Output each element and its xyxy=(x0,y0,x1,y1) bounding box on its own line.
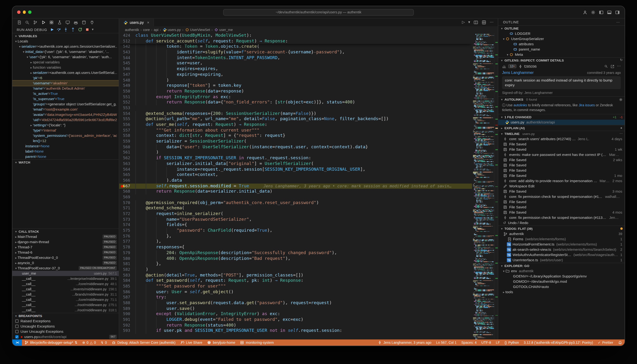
zoom-window-button[interactable] xyxy=(28,11,31,14)
code-line-557[interactable]: 557"""Get information about current user… xyxy=(119,128,472,133)
variable-row[interactable]: 'type' = 'internal' xyxy=(12,128,119,133)
variable-row[interactable]: 'is_superuser' = True xyxy=(12,96,119,102)
code-line-560[interactable]: 560data={"user": UserSelfSerializer(inst… xyxy=(119,144,472,150)
status-item-lf[interactable]: LF xyxy=(494,340,502,346)
code-line-554[interactable]: 554@extend_schema(responses={200: Sessio… xyxy=(119,111,472,116)
explain-ai-header[interactable]: ▸ EXPLAIN (AI) ✦ xyxy=(498,125,624,131)
code-line-512[interactable]: 512def service_account(self, request: Re… xyxy=(119,38,472,44)
account-icon[interactable] xyxy=(583,10,588,14)
timeline-item[interactable]: events: make sure password set event has… xyxy=(498,152,624,157)
close-window-button[interactable] xyxy=(17,11,20,14)
step-out-button[interactable] xyxy=(70,27,75,32)
breadcrumb-item-core[interactable]: core xyxy=(143,28,150,32)
timeline-item[interactable]: File Saved2 wks xyxy=(498,157,624,162)
code-line-568[interactable]: 568return Response(data=serializer.initi… xyxy=(119,189,472,194)
activity-item-extensions[interactable] xyxy=(49,20,54,25)
timeline-item[interactable]: File Saved xyxy=(498,142,624,147)
close-tab-icon[interactable]: × xyxy=(147,20,149,24)
code-line-565[interactable]: 565context=context, xyxy=(119,172,472,178)
code-line-546[interactable]: 546expires=expires, xyxy=(119,66,472,72)
variable-row[interactable]: ▾'user' = {'pk': 6, 'username': 'akadmin… xyxy=(12,54,119,60)
variable-row[interactable]: 'is_active' = True xyxy=(12,91,119,96)
watch-header[interactable]: ▾ WATCH xyxy=(12,159,119,165)
restart-button[interactable] xyxy=(78,27,82,32)
stack-frame-row[interactable]: __call__.../root/middleware.py275:1 xyxy=(12,302,119,308)
breadcrumb-item-users-py[interactable]: users.py xyxy=(162,28,181,32)
status-item-ln-567-col-1[interactable]: Ln 567, Col 1 xyxy=(434,340,459,346)
more-actions-icon[interactable]: ⋯ xyxy=(616,20,620,24)
code-line-548[interactable]: 548) xyxy=(119,78,472,83)
status-item-jens-langhammer-3-years-ago[interactable]: Jens Langhammer, 3 years ago xyxy=(375,340,434,346)
status-item-beryljuio-home[interactable]: beryljuio-home xyxy=(205,340,238,346)
variable-row[interactable]: ▾serializer = <authentik.core.api.users.… xyxy=(12,44,119,49)
files-changed-header[interactable]: ▾ 1 FILE CHANGED +1 -1 xyxy=(498,114,624,120)
activity-item-explorer[interactable] xyxy=(17,20,22,25)
more-actions-icon[interactable]: ⋯ xyxy=(617,64,621,68)
code-line-586[interactable]: 586user: User = self.get_object() xyxy=(119,289,472,295)
outline-item-logger[interactable]: LOGGER xyxy=(498,31,624,36)
window-title[interactable]: ~/dev/authentik/authentik/core/api/users… xyxy=(223,9,414,16)
stack-frame-row[interactable]: user_meusers.py567:1 xyxy=(12,271,119,276)
commit-graph-icon[interactable] xyxy=(502,64,506,68)
code-line-561[interactable]: 561) xyxy=(119,150,472,156)
thread-row[interactable]: ▸asyncio_0PAUSED xyxy=(12,260,119,266)
thread-row[interactable]: ▾ThreadPoolExecutor-37_0PAUSED ON BREAKP… xyxy=(12,266,119,271)
outline-item-usergroupserializer[interactable]: ▾UserGroupSerializer xyxy=(498,36,624,42)
code-line-543[interactable]: 543identifier=slugify(value=f"service-ac… xyxy=(119,50,472,55)
code-line-547[interactable]: 547expiring=expiring, xyxy=(119,72,472,78)
activity-item-database[interactable] xyxy=(82,20,86,25)
code-line-588[interactable]: 588user.set_password(request.data.get("p… xyxy=(119,300,472,306)
breakpoint-checkbox[interactable] xyxy=(15,325,18,328)
thread-row[interactable]: ▸django-main-threadPAUSED xyxy=(12,239,119,244)
timeline-item[interactable]: core: fix permission check for scoped im… xyxy=(498,194,624,199)
code-line-582[interactable]: 582) xyxy=(119,267,472,272)
breakpoint-checkbox[interactable] xyxy=(15,330,18,333)
code-line-593[interactable]: 593if user.pk and SESSION_KEY_IMPERSONAT… xyxy=(119,328,472,334)
code-line-587[interactable]: 587try: xyxy=(119,295,472,300)
code-line-591[interactable]: 591LOGGER.debug(event="Failed to set pas… xyxy=(119,317,472,322)
variable-row[interactable]: ▸special variables xyxy=(12,60,119,65)
timeline-item[interactable]: File Saved4 mos xyxy=(498,210,624,215)
run-python-button[interactable]: ▷ xyxy=(462,20,465,24)
code-line-576[interactable]: 576}, xyxy=(119,234,472,239)
status-item-0[interactable]: ↯0 xyxy=(98,340,109,346)
go-env-row[interactable]: ▾envauthentik xyxy=(498,268,624,274)
split-editor-button[interactable] xyxy=(474,20,478,25)
stack-frame-row[interactable]: __call__.../core/middleware.py71:1 xyxy=(12,297,119,302)
autolinks-settings-icon[interactable] xyxy=(619,98,623,101)
variable-row[interactable]: 'system_permissions' = ['access_admin_in… xyxy=(12,133,119,138)
outline-item-parent_name[interactable]: parent_name xyxy=(498,47,624,52)
status-item-0[interactable]: ⊗0△0 xyxy=(80,340,98,346)
thread-row[interactable]: ▸ThreadPoolExecutor-0_0PAUSED xyxy=(12,255,119,260)
variable-row[interactable]: ▸serializer = <authentik.core.api.users.… xyxy=(12,70,119,75)
code-line-590[interactable]: 590except (ValidationError, IntegrityErr… xyxy=(119,312,472,317)
status-item-bell[interactable] xyxy=(616,340,624,346)
code-line-556[interactable]: 556def user_me(self, request: Request) →… xyxy=(119,122,472,128)
code-line-571[interactable]: 571@extend_schema( xyxy=(119,206,472,211)
activity-item-docker[interactable] xyxy=(74,20,78,25)
activity-item-plug[interactable] xyxy=(90,20,94,25)
code-line-583[interactable]: 583@action(detail=True, methods=["POST"]… xyxy=(119,272,472,278)
stack-frame-row[interactable]: __call__.../brands/middleware.py31:1 xyxy=(12,292,119,297)
timeline-item[interactable]: core: add ability to provide reason for … xyxy=(498,178,624,184)
activity-item-run-debug[interactable] xyxy=(41,20,46,25)
code-line-563[interactable]: 563serializer.initial_data["original"] =… xyxy=(119,161,472,166)
run-dropdown-button[interactable]: ▾ xyxy=(468,20,470,24)
step-into-button[interactable] xyxy=(63,27,68,32)
timeline-item[interactable]: File Saved xyxy=(498,204,624,210)
changed-file-row[interactable]: users.py authentik/core/api xyxy=(498,120,624,125)
thread-row[interactable]: ▸MainThreadPAUSED xyxy=(12,234,119,239)
go-env-row[interactable]: GOTOOLCHAIN=auto xyxy=(498,284,624,290)
outline-item-meta[interactable]: ▾Meta xyxy=(498,52,624,57)
variable-row[interactable]: len() = 12 xyxy=(12,138,119,144)
code-line-562[interactable]: 562if SESSION_KEY_IMPERSONATE_USER in re… xyxy=(119,156,472,161)
code-line-542[interactable]: 542token: Token = Token.objects.create( xyxy=(119,44,472,50)
refresh-icon[interactable]: ↻ xyxy=(620,59,623,62)
breakpoint-row[interactable]: Uncaught Exceptions xyxy=(12,324,119,329)
variable-row[interactable]: 'uid' = '49d24724dfa590a20fb5961e9c6673c… xyxy=(12,117,119,122)
code-line-424[interactable]: 424class UserViewSet(UsedByMixin, ModelV… xyxy=(119,33,472,38)
commit-author-link[interactable]: Jens Langhammer xyxy=(502,70,534,74)
breadcrumb-item-authentik[interactable]: authentik xyxy=(125,28,139,32)
code-line-589[interactable]: 589user.save() xyxy=(119,306,472,311)
variable-row[interactable]: 'avatar' = 'data:image/svg+xml;base64,PH… xyxy=(12,112,119,117)
